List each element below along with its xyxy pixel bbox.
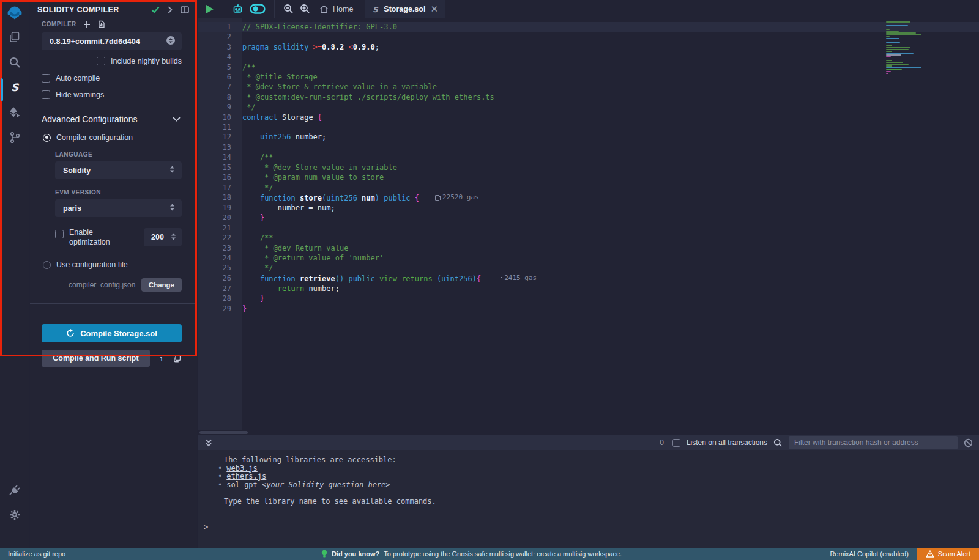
code-line[interactable]: 8 * @custom:dev-run-script ./scripts/dep… bbox=[198, 92, 979, 102]
code-line[interactable]: 7 * @dev Store & retrieve value in a var… bbox=[198, 82, 979, 92]
tab-close-icon[interactable]: ✕ bbox=[430, 4, 438, 13]
copy-icon[interactable] bbox=[173, 355, 181, 363]
code-line[interactable]: 19 number = num; bbox=[198, 203, 979, 213]
listen-transactions-checkbox[interactable] bbox=[672, 439, 680, 447]
code-line[interactable]: 16 * @param num value to store bbox=[198, 172, 979, 182]
terminal-search-icon[interactable] bbox=[773, 438, 783, 448]
tip-title: Did you know? bbox=[332, 550, 379, 558]
language-select[interactable]: Solidity bbox=[55, 161, 182, 179]
terminal[interactable]: The following libraries are accessible:•… bbox=[198, 450, 979, 548]
code-line[interactable]: 9 */ bbox=[198, 102, 979, 112]
code-line[interactable]: 2 bbox=[198, 32, 979, 42]
refresh-icon bbox=[66, 329, 75, 337]
code-line[interactable]: 1// SPDX-License-Identifier: GPL-3.0 bbox=[198, 22, 979, 32]
add-compiler-icon[interactable] bbox=[83, 21, 91, 28]
compile-and-run-button[interactable]: Compile and Run script bbox=[42, 350, 150, 367]
transaction-filter-input[interactable] bbox=[789, 436, 958, 449]
optimization-runs-input[interactable]: 200 bbox=[144, 228, 182, 246]
zoom-out-icon[interactable] bbox=[283, 4, 294, 14]
evm-version-value: paris bbox=[63, 204, 169, 213]
compiler-configuration-radio[interactable] bbox=[43, 134, 51, 142]
search-icon[interactable] bbox=[7, 54, 23, 70]
code-line[interactable]: 6 * @title Storage bbox=[198, 72, 979, 82]
code-editor[interactable]: 1// SPDX-License-Identifier: GPL-3.023pr… bbox=[198, 18, 979, 430]
code-line[interactable]: 15 * @dev Store value in variable bbox=[198, 163, 979, 172]
code-line[interactable]: 22 /** bbox=[198, 233, 979, 243]
clear-console-icon[interactable] bbox=[964, 438, 973, 448]
code-line[interactable]: 13 bbox=[198, 142, 979, 152]
change-config-button[interactable]: Change bbox=[141, 278, 182, 292]
line-number: 4 bbox=[198, 52, 231, 62]
file-explorer-icon[interactable] bbox=[7, 29, 23, 45]
code-line[interactable]: 21 bbox=[198, 223, 979, 233]
editor-minimap[interactable] bbox=[886, 21, 924, 75]
code-line[interactable]: 14 /** bbox=[198, 152, 979, 162]
run-script-icon[interactable] bbox=[205, 4, 214, 14]
compile-button[interactable]: Compile Storage.sol bbox=[42, 324, 182, 342]
include-nightly-checkbox[interactable] bbox=[97, 57, 105, 65]
terminal-collapse-icon[interactable] bbox=[205, 439, 212, 447]
terminal-prompt[interactable]: > bbox=[204, 523, 979, 532]
ai-copilot-robot-icon[interactable] bbox=[232, 4, 244, 15]
info-icon[interactable]: i bbox=[159, 354, 164, 363]
optimization-runs-value: 200 bbox=[151, 233, 170, 241]
code-line[interactable]: 27 return number; bbox=[198, 284, 979, 293]
code-line[interactable]: 29} bbox=[198, 304, 979, 314]
deploy-run-icon[interactable] bbox=[7, 105, 23, 120]
evm-version-select[interactable]: paris bbox=[55, 199, 182, 217]
code-line[interactable]: 17 */ bbox=[198, 183, 979, 193]
chevron-right-icon[interactable] bbox=[168, 6, 173, 13]
line-number: 19 bbox=[198, 203, 231, 213]
auto-compile-checkbox[interactable] bbox=[42, 74, 50, 83]
code-line[interactable]: 12 uint256 number; bbox=[198, 132, 979, 142]
version-stepper-icon bbox=[166, 35, 176, 47]
hscrollbar-thumb[interactable] bbox=[199, 431, 248, 434]
terminal-output: The following libraries are accessible:•… bbox=[203, 456, 979, 506]
remix-logo-icon[interactable] bbox=[7, 5, 23, 21]
terminal-link[interactable]: ethers.js bbox=[226, 472, 266, 481]
zoom-in-icon[interactable] bbox=[300, 4, 310, 14]
terminal-line: The following libraries are accessible: bbox=[203, 456, 979, 465]
code-line[interactable]: 4 bbox=[198, 52, 979, 62]
code-line[interactable]: 11 bbox=[198, 122, 979, 132]
line-content: uint256 number; bbox=[231, 132, 326, 142]
git-init-label[interactable]: Initialize as git repo bbox=[8, 550, 65, 558]
ai-copilot-toggle[interactable] bbox=[250, 4, 266, 14]
home-label: Home bbox=[333, 5, 353, 13]
git-icon[interactable] bbox=[7, 130, 23, 146]
include-nightly-label: Include nightly builds bbox=[111, 57, 182, 65]
hide-warnings-checkbox[interactable] bbox=[42, 90, 50, 99]
line-content: * @custom:dev-run-script ./scripts/deplo… bbox=[231, 92, 494, 102]
use-configuration-file-radio[interactable] bbox=[43, 261, 51, 269]
code-line[interactable]: 5/** bbox=[198, 62, 979, 72]
code-line[interactable]: 10contract Storage { bbox=[198, 112, 979, 122]
terminal-line: •sol-gpt <your Solidity question here> bbox=[203, 481, 979, 490]
use-configuration-file-label: Use configuration file bbox=[56, 260, 128, 269]
compiler-version-select[interactable]: 0.8.19+commit.7dd6d404 bbox=[42, 32, 182, 50]
code-line[interactable]: 18 function store(uint256 num) public {2… bbox=[198, 193, 979, 203]
code-line[interactable]: 24 * @return value of 'number' bbox=[198, 253, 979, 263]
code-line[interactable]: 20 } bbox=[198, 213, 979, 223]
tab-label: Storage.sol bbox=[384, 5, 425, 13]
scam-alert-badge[interactable]: Scam Alert bbox=[917, 548, 979, 560]
import-compiler-icon[interactable] bbox=[97, 20, 105, 28]
code-line[interactable]: 3pragma solidity >=0.8.2 <0.9.0; bbox=[198, 42, 979, 52]
line-content: * @dev Return value bbox=[231, 243, 348, 253]
code-line[interactable]: 28 } bbox=[198, 293, 979, 303]
code-line[interactable]: 23 * @dev Return value bbox=[198, 243, 979, 253]
pin-panel-icon[interactable] bbox=[181, 6, 189, 13]
home-tab[interactable]: Home bbox=[319, 5, 353, 13]
terminal-link[interactable]: web3.js bbox=[226, 464, 258, 473]
line-content: * @param num value to store bbox=[231, 172, 384, 182]
plugin-manager-icon[interactable] bbox=[7, 482, 23, 498]
settings-icon[interactable] bbox=[7, 507, 23, 523]
code-line[interactable]: 25 */ bbox=[198, 263, 979, 273]
transaction-count: 0 bbox=[660, 438, 664, 447]
line-number: 5 bbox=[198, 62, 231, 72]
advanced-configurations-header[interactable]: Advanced Configurations bbox=[42, 114, 181, 124]
code-line[interactable]: 26 function retrieve() public view retur… bbox=[198, 273, 979, 284]
enable-optimization-checkbox[interactable] bbox=[55, 230, 64, 238]
solidity-compiler-icon[interactable]: S bbox=[7, 79, 23, 95]
tab-storage-sol[interactable]: S Storage.sol ✕ bbox=[365, 0, 445, 18]
runs-stepper-icon bbox=[170, 232, 177, 243]
